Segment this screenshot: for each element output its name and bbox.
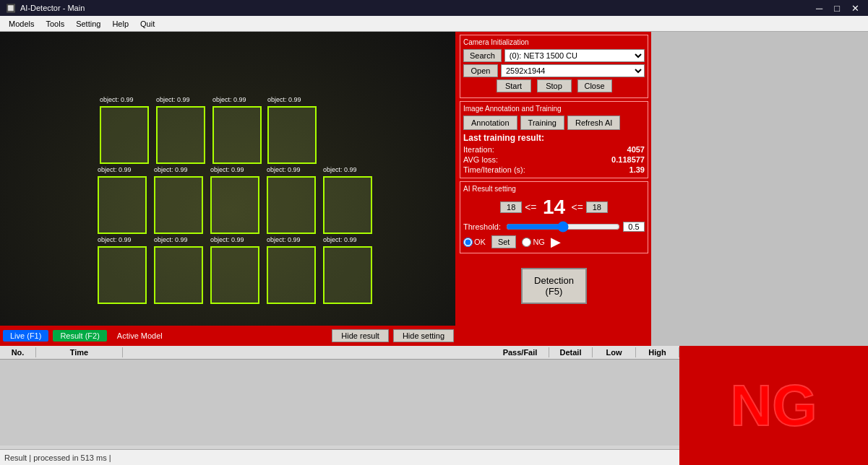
left-column: object: 0.99object: 0.99object: 0.99obje… — [0, 32, 457, 346]
detection-box — [210, 176, 259, 234]
titlebar: 🔲 AI-Detector - Main ─ □ ✕ — [0, 0, 868, 16]
ai-result-title: AI Result setting — [463, 185, 645, 193]
col-low: Low — [593, 347, 636, 357]
detection-label: object: 0.99 — [212, 96, 246, 103]
iteration-value: 4057 — [627, 145, 645, 154]
camera-image: object: 0.99object: 0.99object: 0.99obje… — [0, 32, 455, 326]
content-area: object: 0.99object: 0.99object: 0.99obje… — [0, 32, 868, 465]
threshold-slider[interactable] — [506, 221, 620, 232]
minimize-button[interactable]: ─ — [813, 3, 825, 14]
menu-models[interactable]: Models — [3, 18, 40, 30]
lower-right: NG — [679, 346, 868, 465]
detection-box — [156, 106, 205, 164]
detection-label: object: 0.99 — [154, 166, 188, 173]
detection-shortcut: (F5) — [546, 286, 563, 297]
live-button[interactable]: Live (F1) — [3, 330, 48, 342]
open-button[interactable]: Open — [463, 64, 498, 77]
right-arrow: <= — [572, 201, 583, 213]
annotation-button[interactable]: Annotation — [463, 116, 517, 130]
ng-text: NG — [731, 373, 817, 439]
ai-result-section: AI Result setting <= 14 <= Threshold: — [460, 181, 648, 253]
detection-label: Detection — [534, 275, 574, 286]
detection-label: object: 0.99 — [154, 236, 188, 243]
nav-right-arrow[interactable]: ▶ — [551, 234, 561, 250]
right-panel: Camera Initialization Search (0): NET3 1… — [457, 32, 651, 346]
detection-button[interactable]: Detection (F5) — [521, 268, 587, 304]
detection-label: object: 0.99 — [156, 96, 190, 103]
detection-box — [154, 246, 203, 304]
refresh-ai-button[interactable]: Refresh AI — [567, 116, 620, 130]
col-detail: Detail — [549, 347, 593, 357]
col-no: No. — [0, 347, 36, 357]
table-body — [0, 360, 679, 446]
maximize-button[interactable]: □ — [831, 3, 843, 14]
detection-label: object: 0.99 — [267, 166, 301, 173]
col-time: Time — [36, 347, 123, 357]
left-arrow: <= — [525, 201, 536, 213]
lower-area: No. Time Pass/Fail Detail Low High Resul… — [0, 346, 868, 465]
active-model-label: Active Model — [117, 331, 163, 340]
app-icon: 🔲 — [6, 4, 16, 13]
camera-init-title: Camera Initialization — [463, 38, 645, 46]
ok-radio-label[interactable]: OK — [463, 238, 486, 247]
menu-quit[interactable]: Quit — [134, 18, 160, 30]
search-button[interactable]: Search — [463, 49, 502, 62]
ng-radio-label[interactable]: NG — [522, 238, 545, 247]
statusbar: Result | processed in 513 ms | — [0, 449, 679, 465]
start-button[interactable]: Start — [497, 79, 531, 92]
detection-label: object: 0.99 — [210, 166, 244, 173]
col-passfail: Pass/Fail — [491, 347, 549, 357]
result-button[interactable]: Result (F2) — [53, 330, 106, 342]
last-training-title: Last training result: — [463, 133, 645, 143]
threshold-value[interactable] — [623, 222, 645, 232]
camera-select[interactable]: (0): NET3 1500 CU — [504, 49, 645, 62]
table-header: No. Time Pass/Fail Detail Low High — [0, 346, 679, 360]
stop-button[interactable]: Stop — [537, 79, 572, 92]
detection-box — [267, 106, 317, 164]
status-text: Result | processed in 513 ms | — [4, 453, 111, 462]
detection-label: object: 0.99 — [267, 96, 301, 103]
titlebar-controls: ─ □ ✕ — [813, 3, 862, 14]
detection-label: object: 0.99 — [100, 96, 134, 103]
ai-left-num[interactable] — [500, 201, 522, 213]
close-button[interactable]: ✕ — [848, 3, 862, 14]
avg-loss-value: 0.118577 — [611, 155, 645, 164]
lower-left: No. Time Pass/Fail Detail Low High Resul… — [0, 346, 679, 465]
ai-big-num: 14 — [540, 196, 569, 219]
hide-result-button[interactable]: Hide result — [332, 329, 389, 342]
detection-box — [100, 106, 149, 164]
hide-setting-button[interactable]: Hide setting — [393, 329, 454, 342]
detection-label: object: 0.99 — [323, 236, 357, 243]
detection-box — [154, 176, 203, 234]
col-high: High — [636, 347, 679, 357]
detection-label: object: 0.99 — [267, 236, 301, 243]
menu-tools[interactable]: Tools — [40, 18, 70, 30]
training-button[interactable]: Training — [520, 116, 564, 130]
titlebar-title: 🔲 AI-Detector - Main — [6, 4, 85, 13]
avg-loss-label: AVG loss: — [463, 155, 498, 164]
menu-setting[interactable]: Setting — [70, 18, 106, 30]
upper-area: object: 0.99object: 0.99object: 0.99obje… — [0, 32, 868, 346]
iteration-label: Iteration: — [463, 145, 494, 154]
detection-box — [98, 246, 147, 304]
detection-label: object: 0.99 — [98, 166, 132, 173]
camera-view: object: 0.99object: 0.99object: 0.99obje… — [0, 32, 457, 326]
menu-help[interactable]: Help — [106, 18, 134, 30]
camera-init-section: Camera Initialization Search (0): NET3 1… — [460, 35, 648, 98]
ai-right-num[interactable] — [586, 201, 608, 213]
ok-radio[interactable] — [463, 238, 473, 247]
detection-box — [267, 176, 316, 234]
annotation-section: Image Annotation and Training Annotation… — [460, 101, 648, 178]
detection-box — [98, 176, 147, 234]
resolution-select[interactable]: 2592x1944 — [501, 64, 645, 77]
close-camera-button[interactable]: Close — [577, 79, 612, 92]
detection-box — [212, 106, 262, 164]
time-value: 1.39 — [629, 165, 645, 174]
threshold-label: Threshold: — [463, 222, 503, 231]
detection-label: object: 0.99 — [210, 236, 244, 243]
ng-radio[interactable] — [522, 238, 531, 247]
annotation-section-title: Image Annotation and Training — [463, 105, 645, 113]
training-result: Last training result: Iteration: 4057 AV… — [463, 133, 645, 175]
set-button[interactable]: Set — [491, 235, 517, 248]
detection-label: object: 0.99 — [323, 166, 357, 173]
